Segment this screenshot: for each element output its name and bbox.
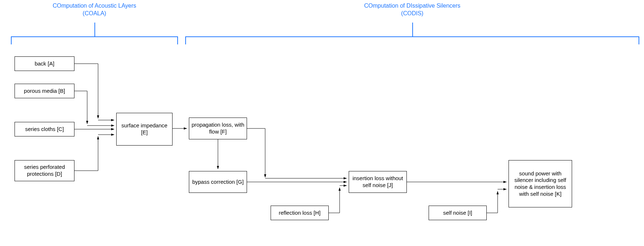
group-label-coala-line2: (COALA) <box>83 10 106 16</box>
node-series-cloths: series cloths [C] <box>15 122 74 136</box>
node-insertion-loss: insertion loss without self noise [J] <box>349 171 407 193</box>
node-sound-power: sound power with silencer including self… <box>509 160 572 207</box>
node-bypass-correction: bypass correction [G] <box>189 171 247 193</box>
bracket-codis <box>185 36 639 37</box>
node-series-perf-prot: series perforated protections [D] <box>15 160 74 181</box>
node-back: back [A] <box>15 56 74 71</box>
diagram-canvas: COmputation of Acoustic LAyers (COALA) C… <box>0 0 644 246</box>
node-self-noise: self noise [I] <box>429 206 487 220</box>
node-reflection-loss: reflection loss [H] <box>271 206 329 220</box>
group-label-codis-line1: COmputation of DIssipative Silencers <box>364 3 461 9</box>
node-surface-impedance: surface impedance [E] <box>116 113 173 146</box>
node-porous-media: porous media [B] <box>15 84 74 98</box>
group-label-codis-line2: (CODIS) <box>401 10 423 16</box>
group-label-coala-line1: COmputation of Acoustic LAyers <box>53 3 136 9</box>
node-propagation-loss: propagation loss, with flow [F] <box>189 118 247 139</box>
bracket-coala <box>11 36 178 37</box>
group-label-coala: COmputation of Acoustic LAyers (COALA) <box>11 2 178 17</box>
group-label-codis: COmputation of DIssipative Silencers (CO… <box>185 2 639 17</box>
